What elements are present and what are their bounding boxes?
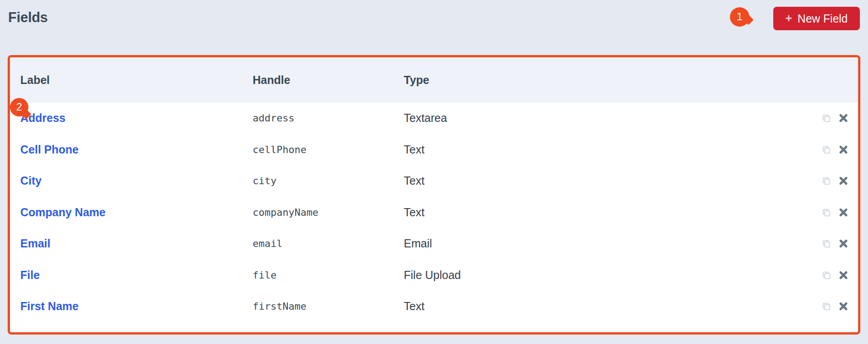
field-label-link[interactable]: Company Name (20, 206, 106, 218)
plus-icon: + (785, 12, 792, 24)
duplicate-icon[interactable] (821, 301, 832, 312)
column-header-label: Label (10, 74, 242, 87)
table-row: Company Name companyName Text (10, 197, 858, 228)
column-header-type: Type (393, 74, 805, 87)
row-actions (805, 144, 858, 155)
row-actions (805, 175, 858, 186)
table-row: First Name firstName Text (10, 291, 858, 322)
field-handle-cell: email (242, 238, 393, 249)
duplicate-icon[interactable] (821, 175, 832, 186)
field-label-cell: City (10, 174, 242, 187)
field-handle-cell: companyName (242, 207, 393, 218)
row-actions (805, 207, 858, 218)
duplicate-icon[interactable] (821, 112, 832, 124)
field-label-cell: Email (10, 237, 242, 250)
field-label-cell: First Name (10, 300, 242, 313)
field-label-link[interactable]: City (20, 174, 42, 187)
column-header-handle: Handle (242, 74, 393, 87)
field-type-cell: Textarea (393, 112, 805, 125)
table-row: Email email Email (10, 228, 858, 260)
field-handle-cell: city (242, 175, 393, 186)
duplicate-icon[interactable] (821, 207, 832, 218)
row-actions (805, 112, 858, 124)
duplicate-icon[interactable] (821, 144, 832, 155)
delete-icon[interactable] (838, 301, 849, 312)
delete-icon[interactable] (838, 112, 849, 124)
new-field-button[interactable]: + New Field (773, 7, 860, 30)
row-actions (805, 238, 858, 249)
new-field-button-label: New Field (798, 12, 848, 25)
delete-icon[interactable] (838, 207, 849, 218)
fields-table-container: 2 Label Handle Type Address address Text… (8, 55, 860, 335)
table-row: City city Text (10, 165, 858, 197)
field-type-cell: Email (393, 237, 805, 250)
delete-icon[interactable] (838, 238, 849, 249)
field-type-cell: File Upload (393, 269, 805, 282)
field-label-cell: File (10, 269, 242, 282)
field-type-cell: Text (393, 206, 805, 219)
field-type-cell: Text (393, 174, 805, 187)
field-label-link[interactable]: Cell Phone (20, 143, 78, 156)
duplicate-icon[interactable] (821, 238, 832, 249)
annotation-badge-2-number: 2 (16, 101, 22, 113)
annotation-badge-1: 1 (730, 7, 749, 27)
fields-table: Label Handle Type Address address Textar… (8, 55, 860, 335)
annotation-badge-2: 2 (10, 98, 28, 116)
field-type-cell: Text (393, 143, 805, 156)
row-actions (805, 301, 858, 312)
field-handle-cell: cellPhone (242, 144, 393, 155)
table-row: Cell Phone cellPhone Text (10, 134, 858, 166)
field-type-cell: Text (393, 300, 805, 313)
field-label-cell: Cell Phone (10, 143, 242, 156)
annotation-badge-1-number: 1 (737, 11, 743, 23)
table-header-row: Label Handle Type (10, 57, 858, 102)
delete-icon[interactable] (838, 144, 849, 155)
page-title: Fields (8, 9, 48, 26)
field-handle-cell: file (242, 270, 393, 281)
field-label-link[interactable]: Email (20, 237, 51, 250)
field-label-cell: Address (10, 112, 242, 125)
field-label-link[interactable]: File (20, 269, 40, 281)
duplicate-icon[interactable] (821, 270, 832, 281)
delete-icon[interactable] (838, 270, 849, 281)
field-label-link[interactable]: First Name (20, 300, 78, 312)
table-row: Address address Textarea (10, 102, 858, 134)
table-body: Address address Textarea Cell Phone cell… (10, 102, 858, 322)
field-label-cell: Company Name (10, 206, 242, 219)
field-handle-cell: firstName (242, 301, 393, 312)
table-row: File file File Upload (10, 260, 858, 291)
row-actions (805, 270, 858, 281)
field-handle-cell: address (242, 112, 393, 124)
delete-icon[interactable] (838, 175, 849, 186)
